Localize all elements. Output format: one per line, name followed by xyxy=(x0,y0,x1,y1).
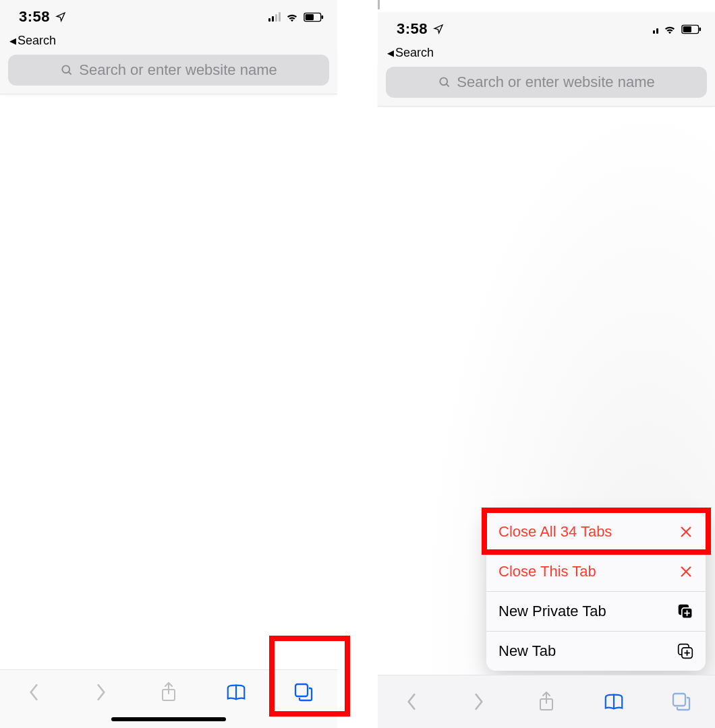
cellular-icon xyxy=(268,12,281,22)
tabs-context-menu: Close All 34 Tabs Close This Tab New Pri… xyxy=(486,512,706,671)
url-bar-container: Search or enter website name xyxy=(378,64,715,107)
breadcrumb-chevron-icon: ◀ xyxy=(9,36,16,46)
new-private-tab-icon xyxy=(677,603,693,619)
status-time: 3:58 xyxy=(19,8,50,26)
back-button[interactable] xyxy=(384,692,438,712)
menu-close-this-tab[interactable]: Close This Tab xyxy=(486,552,706,592)
svg-point-12 xyxy=(440,78,448,85)
svg-rect-2 xyxy=(321,15,323,18)
svg-rect-10 xyxy=(683,26,691,32)
svg-point-3 xyxy=(63,65,70,73)
share-button[interactable] xyxy=(519,691,573,712)
search-icon xyxy=(438,75,451,89)
back-button[interactable] xyxy=(7,682,61,702)
bottom-toolbar xyxy=(0,669,337,728)
bottom-toolbar xyxy=(378,675,715,728)
breadcrumb-label: Search xyxy=(395,46,434,60)
wifi-icon xyxy=(663,24,677,34)
menu-new-tab[interactable]: New Tab xyxy=(486,632,706,671)
tabs-button[interactable] xyxy=(654,692,708,712)
battery-icon xyxy=(681,24,702,34)
search-icon xyxy=(60,63,74,77)
svg-rect-1 xyxy=(306,14,314,20)
close-icon xyxy=(679,524,693,539)
svg-rect-11 xyxy=(699,27,701,30)
cellular-icon xyxy=(653,24,658,34)
url-bar[interactable]: Search or enter website name xyxy=(386,67,707,98)
breadcrumb-label: Search xyxy=(18,34,56,48)
menu-close-all-label: Close All 34 Tabs xyxy=(498,523,612,541)
url-bar-placeholder: Search or enter website name xyxy=(79,61,277,79)
battery-icon xyxy=(304,12,324,22)
phone-left: 3:58 ◀ Search xyxy=(0,0,337,728)
svg-rect-8 xyxy=(295,684,308,696)
wifi-icon xyxy=(285,12,299,22)
svg-line-4 xyxy=(69,72,72,75)
close-icon xyxy=(679,564,693,579)
forward-button[interactable] xyxy=(74,682,128,702)
share-button[interactable] xyxy=(142,681,196,703)
location-icon xyxy=(433,24,444,34)
svg-rect-29 xyxy=(673,694,685,706)
menu-new-private-tab[interactable]: New Private Tab xyxy=(486,592,706,632)
url-bar-container: Search or enter website name xyxy=(0,52,337,94)
menu-new-tab-label: New Tab xyxy=(498,642,556,660)
menu-close-all-tabs[interactable]: Close All 34 Tabs xyxy=(486,512,706,552)
url-bar[interactable]: Search or enter website name xyxy=(8,55,329,86)
phone-right: 3:58 ◀ Search xyxy=(378,0,715,728)
breadcrumb-back[interactable]: ◀ Search xyxy=(378,46,715,64)
home-indicator[interactable] xyxy=(111,717,226,721)
menu-new-private-label: New Private Tab xyxy=(498,603,606,620)
bookmarks-button[interactable] xyxy=(587,692,641,711)
bookmarks-button[interactable] xyxy=(209,683,263,702)
status-bar: 3:58 xyxy=(0,0,337,34)
menu-close-this-label: Close This Tab xyxy=(498,563,596,580)
forward-button[interactable] xyxy=(452,692,506,712)
tabs-button[interactable] xyxy=(277,682,331,702)
status-time: 3:58 xyxy=(397,20,428,38)
svg-line-13 xyxy=(447,84,449,87)
url-bar-placeholder: Search or enter website name xyxy=(457,73,655,91)
location-icon xyxy=(55,11,66,22)
breadcrumb-chevron-icon: ◀ xyxy=(387,48,394,58)
breadcrumb-back[interactable]: ◀ Search xyxy=(0,34,337,52)
new-tab-icon xyxy=(677,643,693,659)
status-bar: 3:58 xyxy=(378,12,715,46)
